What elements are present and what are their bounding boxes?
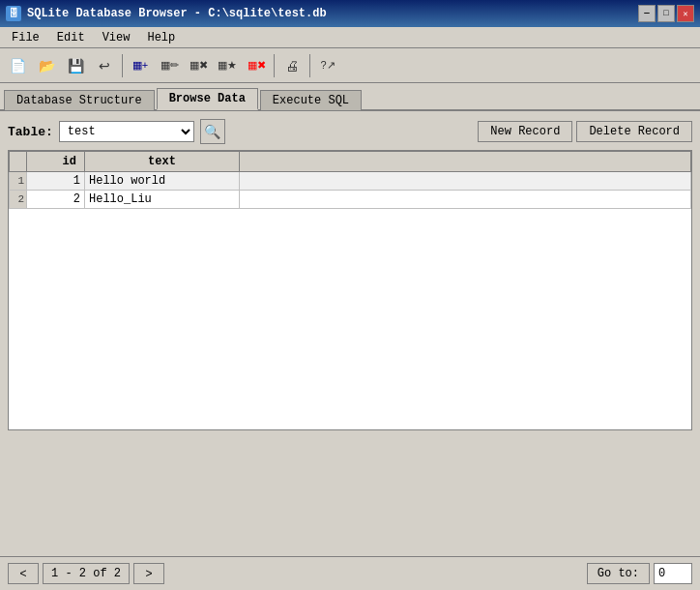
- row-num-header: [10, 152, 27, 172]
- data-table-container[interactable]: id text 1 1 Hello world 2 2 Hello_Liu: [8, 150, 692, 430]
- tab-execute-sql[interactable]: Execute SQL: [260, 90, 362, 110]
- toolbar-separator-1: [122, 54, 123, 77]
- cell-id-1[interactable]: 1: [27, 172, 85, 191]
- goto-input[interactable]: [654, 563, 692, 584]
- close-button[interactable]: ✕: [677, 5, 694, 22]
- cell-text-1[interactable]: Hello world: [85, 172, 240, 191]
- bottom-navigation: < 1 - 2 of 2 > Go to:: [0, 556, 700, 590]
- search-button[interactable]: 🔍: [200, 119, 225, 144]
- help-button[interactable]: ?↗: [314, 52, 341, 79]
- cell-empty-2: [240, 191, 691, 209]
- col-header-id[interactable]: id: [27, 152, 85, 172]
- next-button[interactable]: >: [133, 563, 164, 584]
- title-bar: 🗄 SQLite Database Browser - C:\sqlite\te…: [0, 0, 700, 27]
- table-row[interactable]: 2 2 Hello_Liu: [10, 191, 691, 209]
- maximize-button[interactable]: □: [657, 5, 675, 22]
- table-select[interactable]: test: [59, 121, 194, 142]
- page-range: 1 - 2 of 2: [43, 563, 130, 584]
- col-header-empty: [240, 152, 691, 172]
- tab-database-structure[interactable]: Database Structure: [4, 90, 155, 110]
- tab-browse-data[interactable]: Browse Data: [157, 88, 258, 110]
- data-table: id text 1 1 Hello world 2 2 Hello_Liu: [9, 151, 691, 209]
- app-icon: 🗄: [6, 6, 21, 21]
- cell-id-2[interactable]: 2: [27, 191, 85, 209]
- new-record-button[interactable]: New Record: [478, 121, 572, 142]
- toolbar-separator-3: [309, 54, 310, 77]
- table-label: Table:: [8, 125, 53, 139]
- minimize-button[interactable]: —: [638, 5, 656, 22]
- menu-bar: File Edit View Help: [0, 27, 700, 48]
- toolbar: 📄 📂 💾 ↩ ▦+ ▦✏ ▦✖ ▦★ ▦✖ 🖨 ?↗: [0, 48, 700, 83]
- new-record-tb-button[interactable]: ▦★: [214, 52, 241, 79]
- row-num-cell: 1: [10, 172, 27, 191]
- cell-empty-1: [240, 172, 691, 191]
- edit-table-button[interactable]: ▦✏: [156, 52, 183, 79]
- del-table-button[interactable]: ▦✖: [185, 52, 212, 79]
- menu-file[interactable]: File: [4, 29, 47, 46]
- new-table-button[interactable]: ▦+: [127, 52, 154, 79]
- delete-record-button[interactable]: Delete Record: [576, 121, 692, 142]
- prev-button[interactable]: <: [8, 563, 39, 584]
- table-row[interactable]: 1 1 Hello world: [10, 172, 691, 191]
- table-controls-bar: Table: test 🔍 New Record Delete Record: [8, 119, 692, 144]
- cell-text-2[interactable]: Hello_Liu: [85, 191, 240, 209]
- menu-edit[interactable]: Edit: [49, 29, 93, 46]
- menu-view[interactable]: View: [95, 29, 138, 46]
- col-header-text[interactable]: text: [85, 152, 240, 172]
- toolbar-separator-2: [274, 54, 275, 77]
- del-record-tb-button[interactable]: ▦✖: [243, 52, 270, 79]
- goto-button[interactable]: Go to:: [587, 563, 650, 584]
- tab-bar: Database Structure Browse Data Execute S…: [0, 83, 700, 111]
- new-file-button[interactable]: 📄: [4, 52, 31, 79]
- window-title: SQLite Database Browser - C:\sqlite\test…: [27, 7, 327, 20]
- save-button[interactable]: 💾: [62, 52, 89, 79]
- menu-help[interactable]: Help: [139, 29, 183, 46]
- open-button[interactable]: 📂: [33, 52, 60, 79]
- undo-button[interactable]: ↩: [91, 52, 118, 79]
- content-area: Table: test 🔍 New Record Delete Record i…: [0, 111, 700, 548]
- print-button[interactable]: 🖨: [278, 52, 306, 79]
- row-num-cell: 2: [10, 191, 27, 209]
